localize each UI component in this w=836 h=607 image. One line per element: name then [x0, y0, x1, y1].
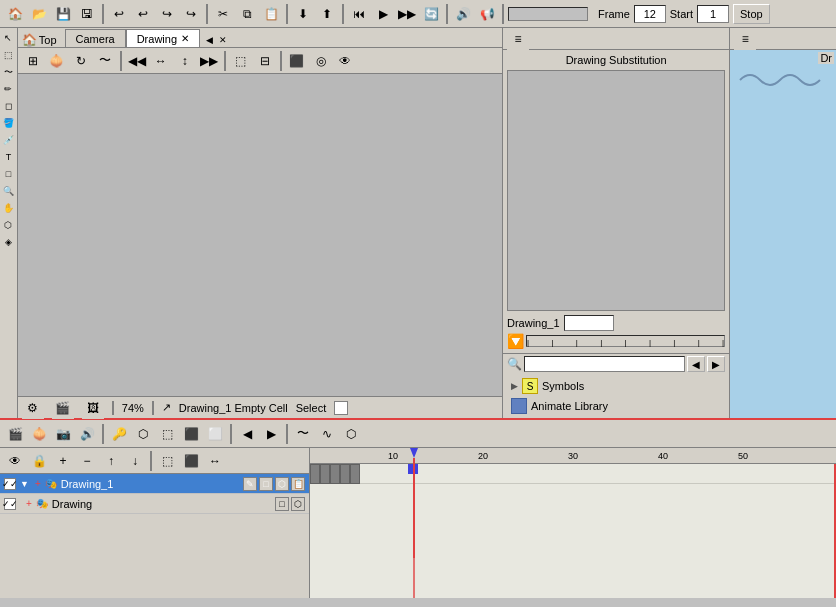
layer-ctrl-d2[interactable]: ⬡	[291, 497, 305, 511]
3d-btn[interactable]: ⬛	[286, 50, 308, 72]
layer-row-drawing[interactable]: ✓ + 🎭 Drawing □ ⬡	[0, 494, 309, 514]
onion-btn[interactable]: 🧅	[46, 50, 68, 72]
tl-prev-btn[interactable]: ◀	[236, 423, 258, 445]
layer-ctrl1[interactable]: □	[259, 477, 273, 491]
tl-curve2-btn[interactable]: ∿	[316, 423, 338, 445]
undo-btn[interactable]: ↩	[108, 3, 130, 25]
start-input[interactable]	[697, 5, 729, 23]
curve-btn[interactable]: 〜	[94, 50, 116, 72]
view-btn[interactable]: 👁	[334, 50, 356, 72]
tl-onion-btn[interactable]: 🧅	[28, 423, 50, 445]
tl-layer-opt3[interactable]: ↔	[204, 450, 226, 472]
tl-del-layer-btn[interactable]: −	[76, 450, 98, 472]
tl-curve-btn[interactable]: 〜	[292, 423, 314, 445]
tool-brush[interactable]: ✏	[0, 81, 16, 97]
tl-del-key-btn[interactable]: ⬡	[132, 423, 154, 445]
status-checkbox[interactable]	[334, 401, 348, 415]
next-key-btn[interactable]: ▶▶	[198, 50, 220, 72]
copy-btn[interactable]: ⧉	[236, 3, 258, 25]
layer-row-drawing1[interactable]: ✓ ▼ + 🎭 Drawing_1 ✎ □ ⬡ 📋	[0, 474, 309, 494]
tl-anim-btn[interactable]: ⬡	[340, 423, 362, 445]
search-next-btn[interactable]: ▶	[707, 356, 725, 372]
tl-cel2-btn[interactable]: ⬛	[180, 423, 202, 445]
grid-btn[interactable]: ⊞	[22, 50, 44, 72]
save-btn[interactable]: 💾	[52, 3, 74, 25]
tool-bone[interactable]: ⬡	[0, 217, 16, 233]
layer-vis-drawing[interactable]: ✓	[4, 498, 16, 510]
flip-h-btn[interactable]: ↔	[150, 50, 172, 72]
tool-contour[interactable]: 〜	[0, 64, 16, 80]
search-prev-btn[interactable]: ◀	[687, 356, 705, 372]
tool-hand[interactable]: ✋	[0, 200, 16, 216]
new-btn[interactable]: 🏠	[4, 3, 26, 25]
tl-layer-opt2[interactable]: ⬛	[180, 450, 202, 472]
layer-expand-drawing1[interactable]: ▼	[20, 479, 29, 489]
search-input[interactable]	[524, 356, 685, 372]
redo2-btn[interactable]: ↪	[180, 3, 202, 25]
tool-arrow[interactable]: ↖	[0, 30, 16, 46]
layer-ctrl2[interactable]: ⬡	[275, 477, 289, 491]
stop-button[interactable]: Stop	[733, 4, 770, 24]
play2-btn[interactable]: ▶▶	[396, 3, 418, 25]
status-anim-btn[interactable]: 🎬	[52, 397, 74, 419]
grid2-btn[interactable]: ⊟	[254, 50, 276, 72]
loop-btn[interactable]: 🔄	[420, 3, 442, 25]
redo-btn[interactable]: ↪	[156, 3, 178, 25]
tool-shape[interactable]: □	[0, 166, 16, 182]
sound-btn[interactable]: 🔊	[452, 3, 474, 25]
export-btn[interactable]: ⬆	[316, 3, 338, 25]
tool-eyedrop[interactable]: 💉	[0, 132, 16, 148]
tab-drawing[interactable]: Drawing ✕	[126, 29, 200, 47]
tab-scroll-right[interactable]: ✕	[216, 33, 230, 47]
layer-ctrl3[interactable]: 📋	[291, 477, 305, 491]
tab-scroll-left[interactable]: ◀	[202, 33, 216, 47]
layer-vis-drawing1[interactable]: ✓	[4, 478, 16, 490]
tl-layer-opt1[interactable]: ⬚	[156, 450, 178, 472]
tl-vis-btn[interactable]: 👁	[4, 450, 26, 472]
rotate-btn[interactable]: ↻	[70, 50, 92, 72]
tl-add-key-btn[interactable]: 🔑	[108, 423, 130, 445]
tool-text[interactable]: T	[0, 149, 16, 165]
status-render-btn[interactable]: 🖼	[82, 397, 104, 419]
tl-layer-up-btn[interactable]: ↑	[100, 450, 122, 472]
flip-v-btn[interactable]: ↕	[174, 50, 196, 72]
far-panel-btn[interactable]: ≡	[734, 28, 756, 50]
status-settings-btn[interactable]: ⚙	[22, 397, 44, 419]
tab-close-icon[interactable]: ✕	[181, 33, 189, 44]
cut-btn[interactable]: ✂	[212, 3, 234, 25]
layer-ctrl-d1[interactable]: □	[275, 497, 289, 511]
light-table-btn[interactable]: ⬚	[230, 50, 252, 72]
library-item-symbols[interactable]: ▶ S Symbols	[507, 376, 725, 396]
tl-add-layer-btn[interactable]: +	[52, 450, 74, 472]
tl-sound-btn[interactable]: 🔊	[76, 423, 98, 445]
layer-edit-btn[interactable]: ✎	[243, 477, 257, 491]
tl-lock-btn[interactable]: 🔒	[28, 450, 50, 472]
drawing-slider[interactable]: | | | | | | | | |	[526, 335, 725, 347]
drawing-name-input[interactable]	[564, 315, 614, 331]
library-item-animate[interactable]: Animate Library	[507, 396, 725, 416]
save-all-btn[interactable]: 🖫	[76, 3, 98, 25]
rewind-btn[interactable]: ⏮	[348, 3, 370, 25]
import-btn[interactable]: ⬇	[292, 3, 314, 25]
tool-select[interactable]: ⬚	[0, 47, 16, 63]
panel-menu-btn[interactable]: ≡	[507, 28, 529, 50]
play-btn[interactable]: ▶	[372, 3, 394, 25]
sound2-btn[interactable]: 📢	[476, 3, 498, 25]
tool-bucket[interactable]: 🪣	[0, 115, 16, 131]
tool-eraser[interactable]: ◻	[0, 98, 16, 114]
tl-scene-btn[interactable]: 🎬	[4, 423, 26, 445]
undo2-btn[interactable]: ↩	[132, 3, 154, 25]
tl-render-btn[interactable]: 📷	[52, 423, 74, 445]
frame-input[interactable]	[634, 5, 666, 23]
tl-layer-down-btn[interactable]: ↓	[124, 450, 146, 472]
open-btn[interactable]: 📂	[28, 3, 50, 25]
render-btn[interactable]: ◎	[310, 50, 332, 72]
tl-cel3-btn[interactable]: ⬜	[204, 423, 226, 445]
tool-extra1[interactable]: ◈	[0, 234, 16, 250]
tl-cel-btn[interactable]: ⬚	[156, 423, 178, 445]
tab-camera[interactable]: Camera	[65, 29, 126, 47]
tl-next-btn[interactable]: ▶	[260, 423, 282, 445]
paste-btn[interactable]: 📋	[260, 3, 282, 25]
tool-zoom[interactable]: 🔍	[0, 183, 16, 199]
prev-key-btn[interactable]: ◀◀	[126, 50, 148, 72]
